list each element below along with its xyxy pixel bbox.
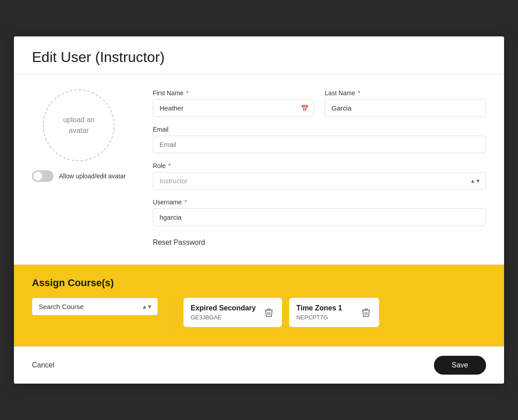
course-name-0: Expired Secondary [191,304,256,312]
role-select-wrapper: Instructor Student Admin ▲▼ [153,172,486,190]
role-label: Role * [153,162,486,169]
email-row: Email [153,126,486,153]
edit-user-modal: Edit User (Instructor) upload an avatar … [14,36,504,384]
last-name-input[interactable] [325,99,486,117]
course-card-1: Time Zones 1 NEPCPT7G [289,298,379,327]
search-course-wrapper: Search Course ▲▼ [32,298,158,315]
course-info-0: Expired Secondary GE3JBGAE [191,304,256,321]
email-group: Email [153,126,486,153]
course-code-1: NEPCPT7G [296,314,342,321]
courses-list: Expired Secondary GE3JBGAE Time Zones 1 … [183,298,486,327]
email-label: Email [153,126,486,133]
allow-avatar-label: Allow upload/edit avatar [59,172,126,180]
name-row: First Name * 📅 Last Name * [153,89,486,117]
last-name-label: Last Name * [325,89,486,97]
username-group: Username * [153,199,486,226]
course-info-1: Time Zones 1 NEPCPT7G [296,304,342,321]
trash-icon-0 [265,308,273,317]
allow-avatar-row: Allow upload/edit avatar [32,170,126,182]
delete-course-1-button[interactable] [360,306,372,319]
trash-icon-1 [362,308,370,317]
modal-footer: Cancel Save [14,346,504,384]
search-course-select[interactable]: Search Course [32,298,158,315]
modal-body: upload an avatar Allow upload/edit avata… [14,75,504,265]
cancel-button[interactable]: Cancel [32,357,54,374]
avatar-section: upload an avatar Allow upload/edit avata… [32,89,126,250]
assign-section: Assign Course(s) Search Course ▲▼ Expire… [14,265,504,346]
last-name-required: * [356,89,360,97]
form-section: First Name * 📅 Last Name * E [153,89,486,250]
reset-password-button[interactable]: Reset Password [153,235,205,250]
first-name-required: * [184,89,188,97]
assign-title: Assign Course(s) [32,277,486,289]
first-name-label: First Name * [153,89,314,97]
course-card-0: Expired Secondary GE3JBGAE [183,298,282,327]
role-required: * [166,162,170,169]
save-button[interactable]: Save [434,356,486,375]
username-input[interactable] [153,208,486,226]
modal-header: Edit User (Instructor) [14,36,504,75]
avatar-upload-text: upload an avatar [63,115,94,136]
course-code-0: GE3JBGAE [191,314,256,321]
modal-title: Edit User (Instructor) [32,49,486,66]
role-row: Role * Instructor Student Admin ▲▼ [153,162,486,190]
first-name-input[interactable] [153,99,314,117]
last-name-group: Last Name * [325,89,486,117]
delete-course-0-button[interactable] [263,306,275,319]
avatar-upload-circle[interactable]: upload an avatar [43,89,115,161]
username-row: Username * [153,199,486,226]
first-name-group: First Name * 📅 [153,89,314,117]
role-group: Role * Instructor Student Admin ▲▼ [153,162,486,190]
role-select[interactable]: Instructor Student Admin [153,172,486,190]
calendar-icon: 📅 [301,105,308,112]
toggle-slider [32,170,54,182]
username-label: Username * [153,199,486,206]
email-input[interactable] [153,136,486,153]
assign-content: Search Course ▲▼ Expired Secondary GE3JB… [32,298,486,334]
assign-divider [172,298,173,334]
allow-avatar-toggle[interactable] [32,170,54,182]
username-required: * [183,199,187,206]
course-name-1: Time Zones 1 [296,304,342,312]
first-name-input-wrapper: 📅 [153,99,314,117]
